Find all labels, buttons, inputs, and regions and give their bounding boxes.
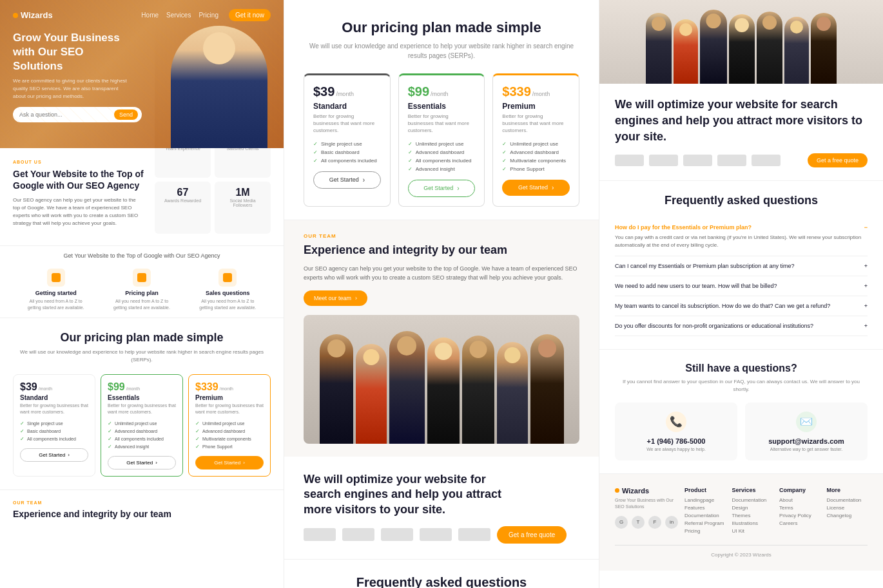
footer-link-doc[interactable]: Documentation — [732, 497, 773, 503]
center-pricing: Our pricing plan made simple We will use… — [284, 0, 599, 220]
footer-brand-desc: Grow Your Business with Our SEO Solution… — [615, 497, 678, 511]
footer-services-title: Services — [732, 487, 773, 493]
pricing-section-left: Our pricing plan made simple We will use… — [0, 318, 284, 489]
social-icons: G T F in — [615, 516, 678, 529]
search-button[interactable]: Send — [114, 109, 138, 120]
essentials-name: Essentials — [108, 394, 176, 401]
service-getting-started: Getting started All you need from A to Z… — [24, 269, 88, 311]
essentials-price: $99 — [108, 381, 125, 393]
contact-title: Still have a questions? — [615, 363, 868, 374]
center-pricing-title: Our pricing plan made simple — [304, 19, 579, 36]
center-essentials-btn[interactable]: Get Started › — [408, 180, 476, 197]
team-body: Our SEO agency can help you get your web… — [304, 264, 579, 283]
footer-link-license[interactable]: License — [827, 505, 868, 511]
footer-brand-col: Wizards Grow Your Business with Our SEO … — [615, 487, 678, 536]
stat-social-label: Social Media Followers — [220, 198, 266, 207]
email-label: Alternative way to get answer faster. — [754, 447, 859, 451]
right-panel: We will optimize your website for search… — [599, 0, 883, 588]
standard-name: Standard — [20, 394, 88, 401]
service-title-1: Getting started — [24, 290, 88, 296]
faq-q-r-3[interactable]: We need to add new users to our team. Ho… — [615, 283, 868, 289]
getting-started-icon — [47, 269, 65, 287]
brand-4 — [420, 528, 452, 541]
footer-link-themes[interactable]: Themes — [732, 513, 773, 518]
premium-name: Premium — [195, 394, 264, 401]
sales-icon — [218, 269, 237, 287]
social-google[interactable]: G — [615, 516, 628, 529]
faq-q-r-4[interactable]: My team wants to cancel its subscription… — [615, 303, 868, 309]
faq-q-r-1[interactable]: How do I pay for the Essentials or Premi… — [615, 224, 868, 231]
service-title-3: Sales questions — [195, 290, 260, 296]
essentials-btn[interactable]: Get Started › — [108, 456, 176, 469]
faq-a-r-1: You can pay with a credit card or via ne… — [615, 234, 868, 249]
footer-product-title: Product — [684, 487, 726, 493]
r-brand-1 — [615, 155, 644, 166]
footer-link-referral[interactable]: Referral Program — [684, 520, 726, 526]
premium-btn[interactable]: Get Started › — [195, 456, 264, 469]
hero-person-image — [155, 13, 284, 148]
stat-social: 1M Social Media Followers — [215, 182, 271, 234]
brands-row: Get a free quote — [304, 526, 579, 544]
contact-cards: 📞 +1 (946) 786-5000 We are always happy … — [615, 403, 868, 460]
footer-link-illustrations[interactable]: Illustrations — [732, 520, 773, 526]
faq-item-r-3: We need to add new users to our team. Ho… — [615, 276, 868, 296]
r-brand-2 — [649, 155, 678, 166]
standard-f1: ✓Single project use — [20, 421, 88, 426]
about-title: Get Your Website to the Top of Google wi… — [13, 168, 147, 191]
center-standard-btn[interactable]: Get Started › — [313, 171, 381, 189]
footer-link-documentation[interactable]: Documentation — [684, 513, 726, 518]
email-icon: ✉️ — [796, 412, 817, 432]
social-facebook[interactable]: F — [648, 516, 661, 529]
footer-link-changelog[interactable]: Changelog — [827, 513, 868, 518]
team-label-center: OUR TEAM — [304, 233, 579, 239]
footer-link-uikit[interactable]: UI Kit — [732, 528, 773, 534]
social-twitter[interactable]: T — [632, 516, 645, 529]
center-premium-btn[interactable]: Get Started › — [502, 180, 570, 196]
footer-product-col: Product Landingpage Features Documentati… — [684, 487, 726, 536]
footer-link-features[interactable]: Features — [684, 505, 726, 511]
brand-3 — [381, 528, 413, 541]
phone-card: 📞 +1 (946) 786-5000 We are always happy … — [615, 403, 737, 460]
services-section-title: Get Your Website to the Top of Google wi… — [0, 252, 284, 259]
footer-link-landingpage[interactable]: Landingpage — [684, 497, 726, 503]
quote-button[interactable]: Get a free quote — [497, 526, 567, 544]
right-quote-button[interactable]: Get a free quote — [808, 153, 868, 167]
footer-services-col: Services Documentation Design Themes Ill… — [732, 487, 773, 536]
logo-dot — [13, 13, 18, 18]
right-brands-row: Get a free quote — [615, 153, 868, 167]
faq-title-center: Frequently asked questions — [304, 575, 579, 588]
faq-q-r-2[interactable]: Can I cancel my Essentials or Premium pl… — [615, 263, 868, 269]
meet-team-button[interactable]: Meet our team › — [304, 290, 367, 306]
footer-link-privacy[interactable]: Privacy Policy — [779, 513, 820, 518]
standard-btn[interactable]: Get Started › — [20, 448, 88, 462]
premium-price: $339 — [195, 381, 218, 393]
pricing-subtitle-left: We will use our knowledge and experience… — [13, 348, 271, 364]
faq-plus-r-4: + — [864, 303, 868, 309]
footer-link-terms[interactable]: Terms — [779, 505, 820, 511]
footer-link-about[interactable]: About — [779, 497, 820, 503]
hero-content: Grow Your Business with Our SEO Solution… — [13, 31, 129, 122]
stat-awards-number: 67 — [160, 187, 206, 198]
service-text-2: All you need from A to Z to getting star… — [110, 298, 174, 311]
essentials-desc: Better for growing businesses that want … — [108, 403, 176, 415]
team-section-left: OUR TEAM Experience and integrity by our… — [0, 489, 284, 530]
footer-copyright: Copyright © 2023 Wizards — [615, 545, 868, 558]
service-text-1: All you need from A to Z to getting star… — [24, 298, 88, 311]
brand-5 — [458, 528, 490, 541]
footer-link-careers[interactable]: Careers — [779, 520, 820, 526]
contact-subtitle: If you cannot find answer to your questi… — [615, 378, 868, 394]
standard-f3: ✓All components included — [20, 436, 88, 442]
logo: Wizards — [13, 10, 53, 20]
center-premium-card: $339 /month Premium Better for growing b… — [492, 73, 579, 207]
search-input[interactable] — [19, 111, 110, 118]
team-section-center: OUR TEAM Experience and integrity by our… — [284, 220, 599, 457]
faq-q-r-5[interactable]: Do you offer discounts for non-profit or… — [615, 323, 868, 329]
pricing-title-left: Our pricing plan made simple — [13, 331, 271, 345]
footer-link-design[interactable]: Design — [732, 505, 773, 511]
footer-link-more-doc[interactable]: Documentation — [827, 497, 868, 503]
hero-text: We are committed to giving our clients t… — [13, 77, 129, 100]
social-linkedin[interactable]: in — [665, 516, 678, 529]
footer-link-pricing[interactable]: Pricing — [684, 528, 726, 534]
center-essentials-card: $99 /month Essentials Better for growing… — [398, 73, 485, 207]
about-text: Our SEO agency can help you get your web… — [13, 196, 142, 227]
